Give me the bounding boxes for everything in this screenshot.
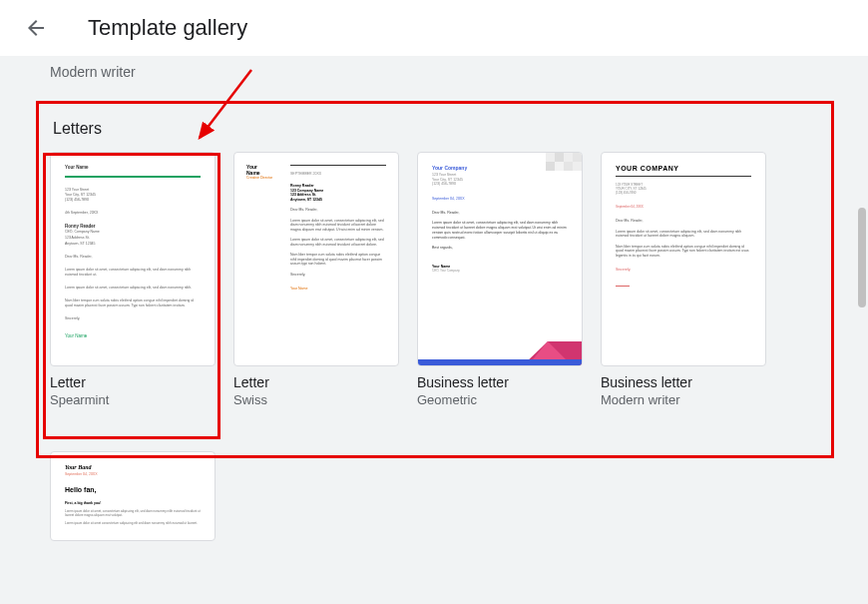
template-spearmint[interactable]: Your Name 123 Your StreetYour City, ST 1…: [50, 152, 216, 407]
preview-name: Your Name: [65, 165, 201, 170]
section-title-letters: Letters: [0, 80, 868, 152]
geometric-corner-icon: [546, 153, 582, 171]
preview-signature: Your Name: [65, 333, 201, 338]
template-preview-coral: Your Band September 04, 20XX Hello fan, …: [50, 451, 216, 541]
header: Template gallery: [0, 0, 868, 56]
template-swiss[interactable]: YourName Creative Director SEPTEMBER 20X…: [233, 152, 399, 407]
template-subtitle: Modern writer: [601, 392, 766, 407]
geometric-footer-shape: [418, 341, 583, 365]
preview-date: 4th September, 20XX: [65, 211, 201, 216]
template-preview-modern-writer: YOUR COMPANY 123 YOUR STREETYOUR CITY, S…: [601, 152, 766, 366]
next-template-row: Your Band September 04, 20XX Hello fan, …: [0, 407, 868, 541]
back-button[interactable]: [24, 16, 48, 40]
previous-category-subtitle: Modern writer: [0, 56, 868, 80]
template-row: Your Name 123 Your StreetYour City, ST 1…: [0, 152, 868, 407]
template-modern-writer[interactable]: YOUR COMPANY 123 YOUR STREETYOUR CITY, S…: [601, 152, 766, 407]
template-subtitle: Swiss: [233, 392, 399, 407]
template-preview-swiss: YourName Creative Director SEPTEMBER 20X…: [233, 152, 399, 366]
arrow-left-icon: [24, 16, 48, 40]
template-title: Letter: [50, 374, 216, 390]
template-title: Business letter: [601, 374, 766, 390]
divider: [65, 176, 201, 178]
template-coral[interactable]: Your Band September 04, 20XX Hello fan, …: [50, 451, 216, 541]
template-preview-geometric: Your Company 123 Your StreetYour City, S…: [417, 152, 583, 366]
template-subtitle: Geometric: [417, 392, 583, 407]
content-area: Modern writer Letters Your Name 123 Your…: [0, 56, 868, 604]
template-preview-spearmint: Your Name 123 Your StreetYour City, ST 1…: [50, 152, 216, 366]
page-title: Template gallery: [88, 15, 247, 41]
svg-marker-1: [418, 359, 583, 365]
template-geometric[interactable]: Your Company 123 Your StreetYour City, S…: [417, 152, 583, 407]
template-title: Letter: [233, 374, 399, 390]
vertical-scrollbar[interactable]: [858, 208, 866, 307]
template-subtitle: Spearmint: [50, 392, 216, 407]
template-title: Business letter: [417, 374, 583, 390]
